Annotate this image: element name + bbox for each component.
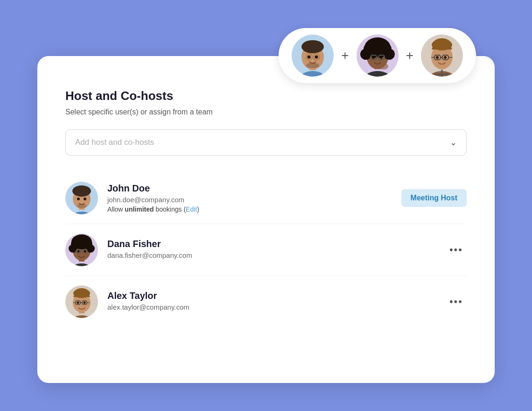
plus-icon-1: + <box>341 48 349 63</box>
svg-point-7 <box>315 56 318 59</box>
main-container: + <box>37 28 495 383</box>
avatar-john <box>292 35 334 77</box>
svg-point-18 <box>382 44 392 53</box>
svg-point-62 <box>84 250 86 253</box>
host-list: John Doe john.doe@company.com Allow unli… <box>65 172 467 327</box>
svg-point-75 <box>84 302 86 304</box>
svg-point-23 <box>380 56 383 59</box>
avatar-dana-list <box>65 234 98 266</box>
alex-more-options[interactable]: ••• <box>446 294 467 310</box>
svg-point-38 <box>436 56 439 59</box>
plus-icon-2: + <box>406 48 413 63</box>
chevron-down-icon: ⌄ <box>450 137 457 148</box>
dana-more-options[interactable]: ••• <box>446 242 467 258</box>
dropdown-placeholder: Add host and co-hosts <box>75 138 154 147</box>
svg-point-24 <box>379 63 388 70</box>
avatar-alex <box>421 35 463 77</box>
john-name: John Doe <box>107 183 392 194</box>
svg-point-39 <box>444 56 447 59</box>
card-subtitle: Select specific user(s) or assign from a… <box>65 108 467 116</box>
avatar-dana <box>357 35 399 77</box>
host-item-alex: Alex Taylor alex.taylor@company.com ••• <box>65 276 467 327</box>
svg-point-56 <box>71 240 78 248</box>
avatar-strip: + <box>279 28 476 83</box>
svg-point-46 <box>77 198 80 200</box>
svg-point-68 <box>75 288 88 296</box>
dana-email: dana.fisher@company.com <box>107 251 436 259</box>
john-edit-link[interactable]: Edit <box>186 206 197 213</box>
dana-info: Dana Fisher dana.fisher@company.com <box>107 239 436 261</box>
avatar-john-list <box>65 182 98 214</box>
svg-point-6 <box>308 56 311 59</box>
svg-point-74 <box>77 302 79 304</box>
alex-info: Alex Taylor alex.taylor@company.com <box>107 291 436 313</box>
svg-point-44 <box>72 185 91 197</box>
svg-point-57 <box>85 240 92 248</box>
svg-point-61 <box>77 250 80 253</box>
meeting-host-badge: Meeting Host <box>401 189 467 207</box>
svg-point-47 <box>84 198 86 200</box>
host-dropdown[interactable]: Add host and co-hosts ⌄ <box>65 129 467 156</box>
john-bookings: Allow unlimited bookings (Edit) <box>107 206 392 213</box>
dana-name: Dana Fisher <box>107 239 436 249</box>
john-email: john.doe@company.com <box>107 196 392 204</box>
host-item-dana: Dana Fisher dana.fisher@company.com ••• <box>65 224 467 276</box>
svg-point-4 <box>301 40 324 53</box>
host-card: Host and Co-hosts Select specific user(s… <box>37 56 495 383</box>
host-item-john: John Doe john.doe@company.com Allow unli… <box>65 172 467 224</box>
svg-point-22 <box>372 56 375 59</box>
svg-point-17 <box>364 44 373 53</box>
john-info: John Doe john.doe@company.com Allow unli… <box>107 183 392 213</box>
svg-point-48 <box>77 204 86 208</box>
alex-email: alex.taylor@company.com <box>107 303 436 311</box>
avatar-alex-list <box>65 285 98 318</box>
card-title: Host and Co-hosts <box>65 89 467 103</box>
svg-point-32 <box>434 38 450 48</box>
alex-name: Alex Taylor <box>107 291 436 301</box>
